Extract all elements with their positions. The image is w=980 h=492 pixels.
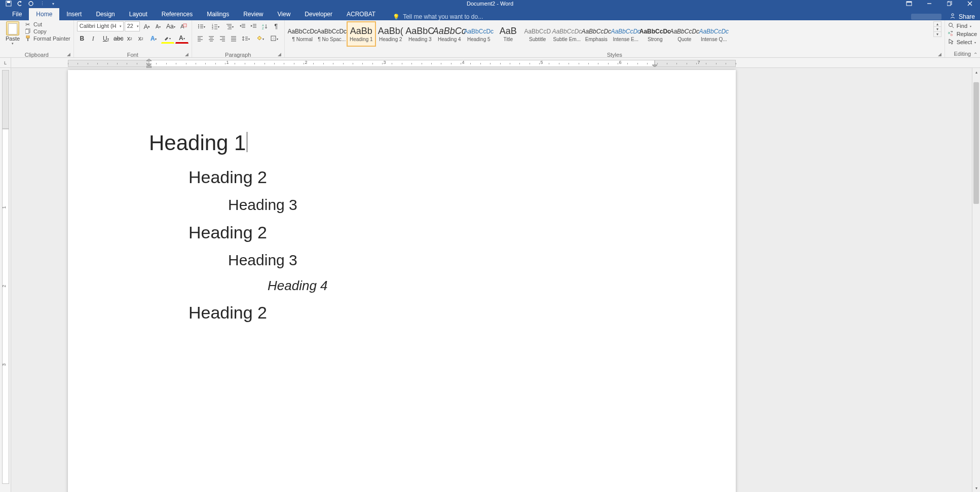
tab-selector[interactable]: L <box>0 58 11 67</box>
sort-button[interactable]: AZ <box>260 21 270 31</box>
style-emphasis[interactable]: AaBbCcDcEmphasis <box>582 21 611 47</box>
heading-2[interactable]: Heading 2 <box>189 223 655 242</box>
style--no-spac-[interactable]: AaBbCcDc¶ No Spac... <box>317 21 347 47</box>
scroll-up-icon[interactable]: ▴ <box>972 68 980 76</box>
ribbon-options-icon[interactable] <box>899 0 919 7</box>
scrollbar-thumb[interactable] <box>973 82 979 204</box>
bullets-button[interactable]: ▾ <box>195 21 208 31</box>
show-marks-button[interactable]: ¶ <box>271 21 281 31</box>
tab-file[interactable]: File <box>5 8 29 20</box>
increase-indent-button[interactable] <box>249 21 259 31</box>
styles-gallery-scroll[interactable]: ▴ ▾ ▾ <box>933 21 941 37</box>
vertical-scrollbar[interactable]: ▴ ▾ <box>972 68 980 492</box>
heading-3[interactable]: Heading 3 <box>228 196 655 214</box>
change-case-button[interactable]: Aa▾ <box>164 21 177 31</box>
document-scroll[interactable]: Heading 1Heading 2Heading 3Heading 2Head… <box>11 68 980 492</box>
style-quote[interactable]: AaBbCcDcQuote <box>670 21 699 47</box>
borders-button[interactable]: ▾ <box>268 33 281 44</box>
underline-button[interactable]: U▾ <box>99 33 112 44</box>
cut-button[interactable]: ✂Cut <box>25 21 70 27</box>
text-effects-button[interactable]: A▾ <box>147 33 160 44</box>
style-intense-e-[interactable]: AaBbCcDcIntense E... <box>611 21 640 47</box>
tab-references[interactable]: References <box>155 8 200 20</box>
numbering-button[interactable]: 123▾ <box>209 21 222 31</box>
style-title[interactable]: AaBTitle <box>494 21 523 47</box>
save-icon[interactable] <box>5 0 12 7</box>
italic-button[interactable]: I <box>88 33 98 44</box>
tab-review[interactable]: Review <box>236 8 270 20</box>
paste-button[interactable]: Paste ▾ <box>3 21 22 46</box>
vertical-ruler[interactable]: 123 <box>0 68 11 492</box>
select-button[interactable]: Select▾ <box>948 39 977 46</box>
dialog-launcher-icon[interactable]: ◢ <box>288 52 941 57</box>
account-name[interactable] <box>911 14 941 20</box>
style-subtle-em-[interactable]: AaBbCcDcSubtle Em... <box>552 21 582 47</box>
redo-icon[interactable] <box>27 0 34 7</box>
qat-button[interactable]: ⋮ <box>39 0 46 7</box>
decrease-indent-button[interactable] <box>238 21 248 31</box>
qat-customize-icon[interactable]: ▾ <box>50 0 57 7</box>
align-left-button[interactable] <box>195 33 205 44</box>
line-spacing-button[interactable]: ▾ <box>240 33 253 44</box>
styles-more-icon[interactable]: ▾ <box>934 32 941 37</box>
restore-icon[interactable] <box>939 0 960 7</box>
format-painter-button[interactable]: Format Painter <box>25 36 70 42</box>
heading-3[interactable]: Heading 3 <box>228 252 655 269</box>
subscript-button[interactable]: x2 <box>125 33 135 44</box>
multilevel-list-button[interactable]: ▾ <box>223 21 237 31</box>
share-button[interactable]: Share <box>959 13 975 20</box>
style-heading-3[interactable]: AaBbCHeading 3 <box>405 21 435 47</box>
collapse-ribbon-icon[interactable]: ⌃ <box>972 51 979 58</box>
close-icon[interactable] <box>960 0 980 7</box>
minimize-icon[interactable] <box>919 0 939 7</box>
shrink-font-button[interactable]: A▾ <box>153 21 163 31</box>
tab-insert[interactable]: Insert <box>59 8 89 20</box>
shading-button[interactable]: ▾ <box>254 33 267 44</box>
dialog-launcher-icon[interactable]: ◢ <box>195 52 281 57</box>
dialog-launcher-icon[interactable]: ◢ <box>3 52 70 57</box>
scroll-down-icon[interactable]: ▾ <box>972 484 980 492</box>
heading-2[interactable]: Heading 2 <box>189 167 655 187</box>
clear-formatting-button[interactable]: A <box>178 21 189 31</box>
tab-developer[interactable]: Developer <box>297 8 340 20</box>
strikethrough-button[interactable]: abc <box>114 33 124 44</box>
heading-2[interactable]: Heading 2 <box>189 303 655 323</box>
heading-1[interactable]: Heading 1 <box>149 131 655 155</box>
align-right-button[interactable] <box>217 33 228 44</box>
chevron-down-icon[interactable]: ▾ <box>934 27 941 32</box>
chevron-up-icon[interactable]: ▴ <box>934 22 941 27</box>
superscript-button[interactable]: x2 <box>136 33 146 44</box>
justify-button[interactable] <box>229 33 239 44</box>
page[interactable]: Heading 1Heading 2Heading 3Heading 2Head… <box>68 70 736 492</box>
highlight-button[interactable]: ▾ <box>161 33 174 44</box>
style-heading-2[interactable]: AaBb(Heading 2 <box>376 21 405 47</box>
heading-4[interactable]: Heading 4 <box>268 278 655 294</box>
tab-view[interactable]: View <box>271 8 298 20</box>
font-color-button[interactable]: A▾ <box>175 33 189 44</box>
grow-font-button[interactable]: A▴ <box>142 21 152 31</box>
svg-text:Z: Z <box>262 27 264 29</box>
style-intense-q-[interactable]: AaBbCcDcIntense Q... <box>699 21 729 47</box>
cursor-icon <box>948 39 954 46</box>
tell-me-search[interactable]: 💡 Tell me what you want to do... <box>383 13 483 20</box>
undo-icon[interactable] <box>16 0 23 7</box>
tab-layout[interactable]: Layout <box>122 8 155 20</box>
style-heading-5[interactable]: AaBbCcDcHeading 5 <box>464 21 494 47</box>
style-heading-4[interactable]: AaBbCcHeading 4 <box>435 21 464 47</box>
tab-home[interactable]: Home <box>29 8 59 20</box>
dialog-launcher-icon[interactable]: ◢ <box>77 52 189 57</box>
style-heading-1[interactable]: AaBbHeading 1 <box>347 21 376 47</box>
style-subtitle[interactable]: AaBbCcDSubtitle <box>523 21 552 47</box>
horizontal-ruler[interactable]: L 1234567 <box>0 58 980 68</box>
replace-button[interactable]: abReplace <box>948 30 977 38</box>
tab-mailings[interactable]: Mailings <box>200 8 236 20</box>
style-strong[interactable]: AaBbCcDcStrong <box>640 21 670 47</box>
tab-design[interactable]: Design <box>89 8 122 20</box>
font-name-combo[interactable]: Calibri Light (H <box>77 21 124 31</box>
copy-button[interactable]: Copy <box>25 28 70 34</box>
style--normal[interactable]: AaBbCcDc¶ Normal <box>288 21 317 47</box>
bold-button[interactable]: B <box>77 33 87 44</box>
find-button[interactable]: Find▾ <box>948 22 977 29</box>
align-center-button[interactable] <box>206 33 216 44</box>
tab-acrobat[interactable]: ACROBAT <box>340 8 383 20</box>
